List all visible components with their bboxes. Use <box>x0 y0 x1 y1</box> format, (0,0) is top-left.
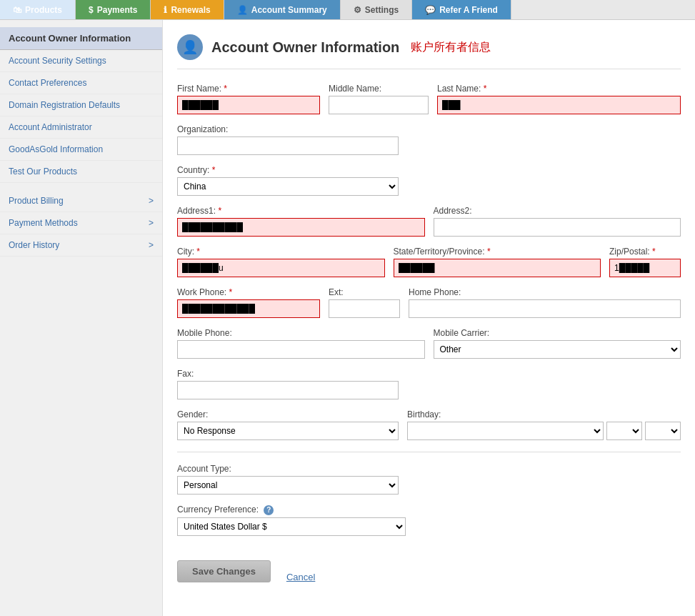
organization-input[interactable] <box>177 136 399 155</box>
middle-name-label: Middle Name: <box>329 84 429 94</box>
fax-label: Fax: <box>177 369 399 379</box>
name-row: First Name: * Middle Name: Last Name: * <box>177 84 681 114</box>
sidebar-item-contact-prefs[interactable]: Contact Preferences <box>0 72 162 94</box>
middle-name-input[interactable] <box>329 96 429 114</box>
country-field: Country: * China United States Other <box>177 165 399 196</box>
gender-birthday-row: Gender: No Response Male Female Birthday… <box>177 409 681 440</box>
account-type-select[interactable]: Personal Business <box>177 476 399 495</box>
currency-help-icon[interactable]: ? <box>264 505 274 515</box>
work-phone-input[interactable] <box>177 299 320 318</box>
organization-label: Organization: <box>177 124 399 134</box>
mobile-phone-label: Mobile Phone: <box>177 328 425 338</box>
fax-row: Fax: <box>177 369 681 399</box>
account-owner-form: First Name: * Middle Name: Last Name: * <box>177 84 681 582</box>
save-button[interactable]: Save Changes <box>177 560 271 582</box>
city-label: City: * <box>177 247 385 257</box>
address1-label: Address1: * <box>177 206 425 216</box>
home-phone-input[interactable] <box>409 299 681 318</box>
tab-payments[interactable]: $ Payments <box>76 0 151 19</box>
organization-row: Organization: <box>177 124 681 155</box>
city-state-zip-row: City: * State/Territory/Province: * Zip/… <box>177 247 681 277</box>
action-buttons: Save Changes Cancel <box>177 560 681 582</box>
account-summary-icon: 👤 <box>237 5 248 15</box>
account-type-row: Account Type: Personal Business <box>177 464 681 495</box>
state-label: State/Territory/Province: * <box>394 247 601 257</box>
address1-field: Address1: * <box>177 206 425 237</box>
address2-label: Address2: <box>434 206 681 216</box>
address2-input[interactable] <box>434 218 681 237</box>
mobile-carrier-field: Mobile Carrier: Other AT&T Verizon T-Mob… <box>434 328 681 359</box>
payments-icon: $ <box>89 5 94 15</box>
tab-renewals[interactable]: ℹ Renewals <box>151 0 224 19</box>
sidebar-item-order-history[interactable]: Order History > <box>0 234 162 257</box>
address-row: Address1: * Address2: <box>177 206 681 237</box>
products-icon: 🛍 <box>13 5 21 15</box>
gender-select[interactable]: No Response Male Female <box>177 422 399 440</box>
first-name-input[interactable] <box>177 96 320 114</box>
birthday-year-select[interactable] <box>645 422 681 440</box>
city-input[interactable] <box>177 259 385 277</box>
mobile-phone-input[interactable] <box>177 340 425 359</box>
mobile-carrier-select[interactable]: Other AT&T Verizon T-Mobile <box>434 340 681 359</box>
tab-products[interactable]: 🛍 Products <box>0 0 76 19</box>
last-name-field: Last Name: * <box>437 84 681 114</box>
fax-input[interactable] <box>177 381 399 399</box>
form-divider <box>177 452 681 452</box>
work-phone-label: Work Phone: * <box>177 287 320 297</box>
birthday-field: Birthday: <box>407 409 681 440</box>
address1-input[interactable] <box>177 218 425 237</box>
sidebar-item-account-security[interactable]: Account Security Settings <box>0 50 162 72</box>
ext-input[interactable] <box>329 299 400 318</box>
cancel-button[interactable]: Cancel <box>286 572 315 582</box>
sidebar-item-payment-methods[interactable]: Payment Methods > <box>0 212 162 234</box>
country-label: Country: * <box>177 165 399 175</box>
sidebar-item-goodasgold[interactable]: GoodAsGold Information <box>0 139 162 161</box>
tab-refer[interactable]: 💬 Refer A Friend <box>412 0 511 19</box>
birthday-day-select[interactable] <box>606 422 642 440</box>
state-input[interactable] <box>394 259 601 277</box>
last-name-label: Last Name: * <box>437 84 681 94</box>
sidebar-item-product-billing[interactable]: Product Billing > <box>0 190 162 212</box>
ext-field: Ext: <box>329 287 400 318</box>
refer-icon: 💬 <box>425 5 436 15</box>
home-phone-field: Home Phone: <box>409 287 681 318</box>
zip-input[interactable] <box>609 259 681 277</box>
fax-field: Fax: <box>177 369 399 399</box>
main-content: 👤 Account Owner Information 账户所有者信息 Firs… <box>163 20 695 616</box>
sidebar: Account Owner Information Account Securi… <box>0 20 163 616</box>
last-name-input[interactable] <box>437 96 681 114</box>
zip-field: Zip/Postal: * <box>609 247 681 277</box>
country-select[interactable]: China United States Other <box>177 177 399 196</box>
sidebar-header-account-owner[interactable]: Account Owner Information <box>0 27 162 50</box>
page-title: Account Owner Information <box>211 39 399 56</box>
currency-row: Currency Preference: ? United States Dol… <box>177 505 681 536</box>
top-navigation: 🛍 Products $ Payments ℹ Renewals 👤 Accou… <box>0 0 695 20</box>
sidebar-item-test-products[interactable]: Test Our Products <box>0 161 162 183</box>
currency-field: Currency Preference: ? United States Dol… <box>177 505 406 536</box>
currency-select[interactable]: United States Dollar $ Euro € British Po… <box>177 517 406 536</box>
phone-row: Work Phone: * Ext: Home Phone: <box>177 287 681 318</box>
gender-label: Gender: <box>177 409 399 419</box>
birthday-month-select[interactable] <box>407 422 604 440</box>
organization-field: Organization: <box>177 124 399 155</box>
gender-field: Gender: No Response Male Female <box>177 409 399 440</box>
ext-label: Ext: <box>329 287 400 297</box>
mobile-row: Mobile Phone: Mobile Carrier: Other AT&T… <box>177 328 681 359</box>
country-row: Country: * China United States Other <box>177 165 681 196</box>
city-field: City: * <box>177 247 385 277</box>
work-phone-field: Work Phone: * <box>177 287 320 318</box>
renewals-icon: ℹ <box>164 5 167 15</box>
settings-icon: ⚙ <box>354 5 361 15</box>
zip-label: Zip/Postal: * <box>609 247 681 257</box>
page-header-icon: 👤 <box>177 34 203 60</box>
state-field: State/Territory/Province: * <box>394 247 601 277</box>
sidebar-item-domain-reg[interactable]: Domain Registration Defaults <box>0 94 162 116</box>
birthday-label: Birthday: <box>407 409 681 419</box>
account-type-label: Account Type: <box>177 464 399 474</box>
tab-account-summary[interactable]: 👤 Account Summary <box>224 0 341 19</box>
tab-settings[interactable]: ⚙ Settings <box>341 0 412 19</box>
first-name-field: First Name: * <box>177 84 320 114</box>
account-type-field: Account Type: Personal Business <box>177 464 399 495</box>
page-header: 👤 Account Owner Information 账户所有者信息 <box>177 34 681 69</box>
sidebar-item-account-admin[interactable]: Account Administrator <box>0 116 162 139</box>
